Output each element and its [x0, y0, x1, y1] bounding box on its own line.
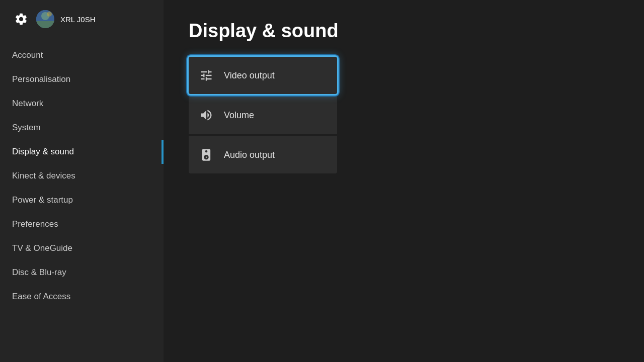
divider-2 — [189, 135, 337, 135]
sidebar-item-personalisation[interactable]: Personalisation — [0, 67, 164, 92]
video-output-item[interactable]: Video output — [189, 57, 337, 94]
sidebar-item-label-system: System — [12, 123, 41, 133]
settings-icon[interactable] — [12, 10, 30, 28]
sidebar-item-label-tv-oneguide: TV & OneGuide — [12, 243, 72, 253]
volume-item[interactable]: Volume — [189, 97, 337, 134]
sidebar-item-label-power-startup: Power & startup — [12, 195, 73, 205]
video-output-label: Video output — [224, 70, 275, 81]
sidebar-item-label-account: Account — [12, 50, 43, 60]
sidebar-header: XRL J0SH — [0, 0, 164, 38]
username-label: XRL J0SH — [60, 15, 95, 24]
sidebar-item-kinect-devices[interactable]: Kinect & devices — [0, 164, 164, 188]
sidebar-item-label-personalisation: Personalisation — [12, 74, 70, 84]
volume-label: Volume — [224, 110, 254, 121]
sidebar-item-label-network: Network — [12, 99, 43, 109]
sidebar-item-power-startup[interactable]: Power & startup — [0, 188, 164, 212]
sidebar-item-label-display-sound: Display & sound — [12, 147, 74, 157]
sidebar-item-label-kinect-devices: Kinect & devices — [12, 171, 75, 181]
page-title: Display & sound — [189, 20, 619, 42]
sidebar-item-label-preferences: Preferences — [12, 219, 58, 229]
sidebar-item-display-sound[interactable]: Display & sound — [0, 140, 164, 164]
sidebar-item-account[interactable]: Account — [0, 43, 164, 67]
speaker-icon — [199, 147, 214, 162]
sidebar-item-tv-oneguide[interactable]: TV & OneGuide — [0, 236, 164, 260]
sidebar-item-ease-of-access[interactable]: Ease of Access — [0, 285, 164, 309]
sidebar-item-label-disc-bluray: Disc & Blu-ray — [12, 267, 66, 278]
sidebar-item-label-ease-of-access: Ease of Access — [12, 292, 70, 302]
sidebar-item-network[interactable]: Network — [0, 92, 164, 116]
sidebar-nav: Account Personalisation Network System D… — [0, 43, 164, 362]
volume-icon — [199, 108, 214, 123]
audio-output-item[interactable]: Audio output — [189, 136, 337, 173]
sidebar-item-preferences[interactable]: Preferences — [0, 212, 164, 236]
svg-point-3 — [47, 12, 52, 17]
options-list: Video output Volume Audio output — [189, 57, 337, 173]
sidebar-item-system[interactable]: System — [0, 116, 164, 140]
avatar — [36, 10, 54, 28]
main-content: Display & sound Video output Volume — [164, 0, 644, 362]
sliders-icon — [199, 68, 214, 83]
sidebar-item-disc-bluray[interactable]: Disc & Blu-ray — [0, 260, 164, 285]
audio-output-label: Audio output — [224, 150, 275, 160]
divider-1 — [189, 95, 337, 96]
sidebar: XRL J0SH Account Personalisation Network… — [0, 0, 164, 362]
active-indicator — [162, 140, 164, 164]
svg-rect-2 — [36, 21, 54, 28]
